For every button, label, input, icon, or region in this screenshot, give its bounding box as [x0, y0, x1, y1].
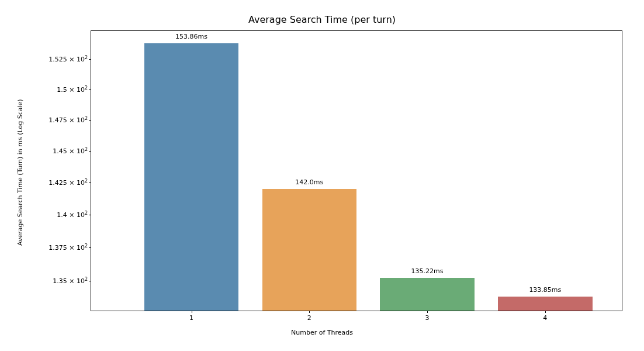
- ytick-mark: [89, 120, 91, 121]
- ytick-4: 1.45 × 102: [53, 147, 91, 156]
- y-axis-label: Average Search Time (Turn) in ms (Log Sc…: [16, 99, 24, 246]
- xtick-mark: [192, 311, 192, 313]
- plot-area: 1.35 × 102 1.375 × 102 1.4 × 102 1.425 ×…: [91, 30, 622, 311]
- bar-label-1: 142.0ms: [295, 178, 323, 186]
- bar-label-2: 135.22ms: [411, 267, 444, 275]
- xtick-mark: [545, 311, 546, 313]
- ytick-6: 1.5 × 102: [57, 85, 91, 94]
- ytick-0: 1.35 × 102: [53, 277, 91, 285]
- chart-container: Average Search Time (per turn) 1.35 × 10…: [0, 0, 644, 351]
- ytick-mark: [89, 281, 91, 281]
- bar-label-0: 153.86ms: [175, 33, 207, 40]
- ytick-2: 1.4 × 102: [57, 211, 91, 219]
- ytick-mark: [89, 247, 91, 248]
- xtick-mark: [309, 311, 310, 313]
- bar-label-3: 133.85ms: [529, 286, 561, 294]
- ytick-5: 1.475 × 102: [49, 116, 91, 125]
- bar-1: [262, 189, 356, 311]
- xtick-mark: [427, 311, 428, 313]
- x-axis-label: Number of Threads: [0, 329, 644, 336]
- bar-0: [144, 43, 238, 311]
- chart-title: Average Search Time (per turn): [0, 14, 644, 25]
- ytick-7: 1.525 × 102: [49, 55, 91, 64]
- ytick-1: 1.375 × 102: [49, 243, 91, 252]
- ytick-mark: [89, 90, 91, 90]
- ytick-mark: [89, 215, 91, 215]
- bar-3: [498, 297, 592, 311]
- bars-layer: 153.86ms 142.0ms 135.22ms 133.85ms: [91, 31, 622, 311]
- ytick-mark: [89, 59, 91, 60]
- ytick-mark: [89, 183, 91, 183]
- bar-2: [380, 278, 474, 311]
- ytick-mark: [89, 151, 91, 152]
- ytick-3: 1.425 × 102: [49, 178, 91, 187]
